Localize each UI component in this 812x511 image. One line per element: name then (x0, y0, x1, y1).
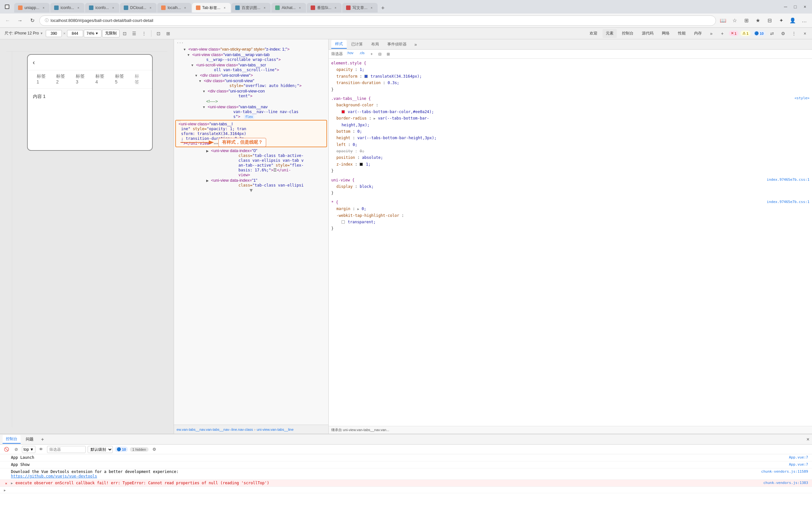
panel-sources[interactable]: 源代码 (639, 29, 657, 38)
phone-tab-2[interactable]: 标签 2 (52, 70, 72, 88)
breadcrumb-item-1[interactable]: ew.van-tabs__nav.van-tabs__nav--line.nav… (177, 427, 253, 431)
expand-arrow[interactable]: ▼ (202, 106, 206, 109)
css-tab-computed[interactable]: 已计算 (347, 40, 367, 48)
width-input[interactable] (46, 30, 62, 37)
phone-tab-more[interactable]: 标签 (131, 70, 147, 88)
panel-console[interactable]: 控制台 (619, 29, 637, 38)
css-prop-line[interactable]: opacity : 1; (331, 66, 809, 73)
css-source-link[interactable]: <style> (794, 95, 809, 101)
close-button[interactable]: × (801, 2, 809, 11)
css-source-link[interactable]: index.97465e7b.css:1 (767, 177, 809, 183)
dom-line[interactable]: ▶ <uni-view data-index="0" class="tab-cl… (174, 148, 328, 178)
tab-local[interactable]: localh... × (157, 3, 191, 12)
css-prop-line[interactable]: left : 0; (331, 142, 809, 148)
expand-arrow[interactable]: ▶ (206, 179, 209, 182)
css-tab-styles[interactable]: 样式 (331, 40, 347, 49)
dom-line[interactable]: ▼ <uni-view class="van-tabs__wrap van-ta… (174, 52, 328, 62)
dom-line[interactable]: ▼ <uni-view class="van-tabs__nav van-tab… (174, 104, 328, 119)
address-input[interactable]: ⓘ localhost:8080/#/pages/ball-court-deta… (39, 16, 716, 26)
tab-close-btn[interactable]: × (222, 5, 227, 10)
zoom-btn[interactable]: 74% ▼ (84, 30, 102, 37)
css-prop-line[interactable]: bottom : 0; (331, 128, 809, 135)
more-options-icon[interactable]: ⋮ (789, 29, 799, 38)
clear-console-icon[interactable]: 🚫 (3, 446, 10, 453)
height-input[interactable] (67, 30, 83, 37)
device-toggle-icon[interactable]: ⊞ (164, 29, 173, 38)
expand-arrow[interactable]: ▼ (195, 74, 198, 77)
tab-close-btn[interactable]: × (333, 5, 338, 10)
refresh-button[interactable]: ↻ (27, 16, 37, 26)
forward-button[interactable]: → (15, 16, 25, 26)
tab-close-btn[interactable]: × (298, 5, 302, 10)
more-panels-icon[interactable]: » (707, 29, 716, 38)
tab-close-btn[interactable]: × (262, 5, 267, 10)
close-devtools-icon[interactable]: × (801, 29, 809, 38)
console-tab-issues[interactable]: 问题 (23, 435, 37, 443)
more-icon[interactable]: … (799, 16, 809, 26)
screen-cast-icon[interactable]: ⊡ (154, 29, 163, 38)
layout-css-icon[interactable]: ⊞ (385, 51, 392, 57)
tab-iconfont1[interactable]: iconfo... × (50, 3, 84, 12)
dom-line[interactable]: ▼ <uni-scroll-view class="van-tabs__scr … (174, 62, 328, 72)
filter-icon[interactable]: ⊘ (12, 446, 20, 453)
log-level-select[interactable]: 默认级别 (88, 446, 113, 453)
console-source-link[interactable]: App.vue:7 (789, 455, 808, 459)
tab-dcloud[interactable]: DCloud... × (120, 3, 156, 12)
css-prop-line[interactable]: opacity : 0; (331, 148, 809, 154)
cls-btn[interactable]: .cls (357, 51, 367, 57)
css-prop-line[interactable]: z-index : 1; (331, 161, 809, 168)
top-context-select[interactable]: top ▼ (22, 446, 35, 453)
expand-arrow[interactable]: ▼ (187, 53, 190, 57)
phone-tab-1[interactable]: 标签 1 (33, 70, 53, 88)
panel-elements[interactable]: 元素 (603, 29, 617, 38)
expand-arrow[interactable]: ▼ (183, 48, 186, 51)
dom-line[interactable]: ▼ <div class="uni-scroll-view" style="ov… (174, 78, 328, 88)
tab-close-btn[interactable]: × (148, 5, 153, 10)
css-source-link[interactable]: index.97465e7b.css:1 (767, 199, 809, 205)
maximize-button[interactable]: □ (791, 2, 800, 11)
browser-menu-icon[interactable] (3, 2, 11, 11)
add-panel-icon[interactable]: + (718, 29, 727, 38)
css-tab-event-listeners[interactable]: 事件侦听器 (383, 40, 410, 48)
panel-welcome[interactable]: 欢迎 (586, 29, 601, 38)
tab-fangqie[interactable]: 番茄Si... × (307, 3, 342, 12)
css-tab-layout[interactable]: 布局 (367, 40, 383, 48)
console-tab-console[interactable]: 控制台 (3, 435, 21, 444)
css-prop-line[interactable]: transform : translateX(34.3164px); (331, 73, 809, 80)
css-prop-line[interactable]: position : absolute; (331, 154, 809, 161)
unlimited-btn[interactable]: 无限制 (102, 30, 120, 37)
tab-alchat[interactable]: Alchat... × (271, 3, 306, 12)
add-style-icon[interactable]: + (368, 51, 375, 57)
phone-tab-4[interactable]: 标签 4 (91, 70, 111, 88)
expand-arrow[interactable]: ▶ (206, 149, 209, 153)
add-console-tab-btn[interactable]: + (39, 435, 47, 443)
tab-iconfont2[interactable]: iconfo... × (85, 3, 119, 12)
dom-line-highlighted[interactable]: <uni-view class="van-tabs__l ine" style=… (175, 120, 327, 147)
expand-arrow[interactable]: ▼ (202, 90, 206, 93)
settings-icon[interactable]: ⚙ (779, 29, 787, 38)
console-settings-icon[interactable]: ⚙ (150, 446, 158, 453)
tab-uniapp[interactable]: uniapp... × (14, 3, 50, 12)
tab-close-btn[interactable]: × (41, 5, 46, 10)
panel-network[interactable]: 网络 (659, 29, 673, 38)
console-source-link[interactable]: chunk-vendors.js:1383 (763, 481, 808, 485)
copilot-icon[interactable]: ✦ (776, 16, 786, 26)
bookmark-icon[interactable]: ☆ (729, 16, 740, 26)
css-prop-line[interactable]: background-color : var(--tabs-bottom-bar… (331, 102, 809, 115)
profile-icon[interactable]: 👤 (787, 16, 798, 26)
more-devtools-icon[interactable]: ⋮ (140, 29, 149, 38)
collections-icon[interactable]: ⊟ (764, 16, 775, 26)
dom-line[interactable]: ▼ <div class="uni-scroll-view"> (174, 72, 328, 78)
tab-close-btn[interactable]: × (111, 5, 115, 10)
toggle-css-icon[interactable]: ⊟ (377, 51, 383, 57)
back-button[interactable]: ← (3, 16, 13, 26)
css-prop-line[interactable]: -webkit-tap-highlight-color : transparen… (331, 212, 809, 226)
css-prop-line[interactable]: transition-duration : 0.3s; (331, 80, 809, 86)
devtools-link[interactable]: https://github.com/vuejs/vue-devtools (11, 474, 97, 478)
dom-line[interactable]: ▼ <div class="uni-scroll-view-con tent"> (174, 88, 328, 98)
expand-arrow[interactable]: ▼ (191, 63, 194, 67)
close-console-btn[interactable]: × (807, 437, 809, 442)
css-prop-line[interactable]: border-radius : ▶ var(--tabs-bottom-bar-… (331, 115, 809, 128)
device-icon[interactable]: ☰ (130, 29, 139, 38)
expand-error-icon[interactable]: ▶ (11, 481, 13, 485)
